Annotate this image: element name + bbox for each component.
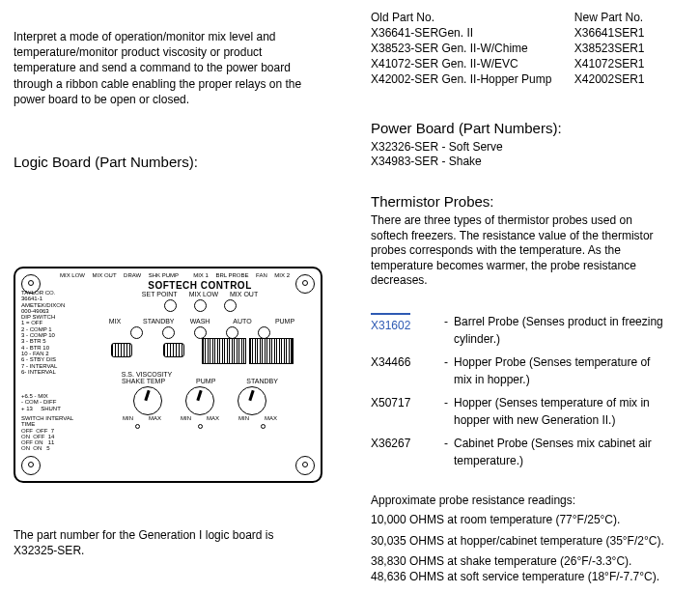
logic-board-title: Logic Board (Part Numbers): [14,154,322,170]
resistance-row: 30,035 OHMS at hopper/cabinet temperatur… [371,534,670,550]
panel-label: FAN [256,272,267,278]
table-row: X42002-SER Gen. II-Hopper PumpX42002SER1 [371,71,670,87]
panel-title: SOFTECH CONTROL [85,280,315,291]
power-board-row: X34983-SER - Shake [371,155,670,168]
switch-icon [163,343,184,357]
thermistor-title: Thermistor Probes: [371,193,670,210]
knob-icon [185,386,214,415]
panel-subtitle: SET POINT MIX LOW MIX OUT [85,291,315,297]
screw-icon [21,456,41,475]
led-icon [224,299,237,312]
panel-side-text: TAYLOR CO. 36641-1 AMETEK/DIXON 000-4906… [21,290,65,375]
panel-label: BRL PROBE [215,272,248,278]
hole-icon [261,424,266,429]
table-row: X50717 - Hopper (Senses temperature of m… [371,391,670,432]
table-header: New Part No. [574,10,670,25]
control-panel-diagram: MIX LOW MIX OUT DRAW SHK PUMP MIX 1 BRL … [14,267,322,483]
hole-icon [198,424,203,429]
switch-icon [111,343,132,357]
probe-table: X31602 - Barrel Probe (Senses product in… [371,310,670,472]
thermistor-intro: There are three types of thermistor prob… [371,213,670,289]
knob-icon [238,386,266,415]
panel-label: MIX LOW [60,272,85,278]
table-row: X36267 - Cabinet Probe (Senses mix cabin… [371,432,670,472]
panel-side-text: +6.5 - MIX - COM - DIFF + 13 SHUNT [21,393,61,411]
table-row: X36641-SERGen. IIX36641SER1 [371,25,670,41]
connector-icon [202,338,246,364]
table-row: X34466 - Hopper Probe (Senses temperatur… [371,351,670,391]
hole-icon [135,424,140,429]
panel-row2-labels: MIX STANDBY WASH AUTO PUMP [85,318,315,325]
panel-top-labels: MIX LOW MIX OUT DRAW SHK PUMP MIX 1 BRL … [21,272,315,278]
led-icon [130,326,143,339]
resistance-title: Approximate probe resistance readings: [371,494,670,507]
led-icon [164,299,177,312]
panel-label: MIX 2 [274,272,290,278]
power-board-title: Power Board (Part Numbers): [371,120,670,136]
led-icon [162,326,175,339]
resistance-row: 10,000 OHMS at room temperature (77°F/25… [371,513,670,528]
table-header: Old Part No. [371,10,574,25]
probe-link[interactable]: X31602 [371,313,410,334]
screw-icon [295,456,315,475]
panel-label: DRAW [124,272,141,278]
footer-text: The part number for the Generation I log… [14,527,322,558]
panel-side-text: SWITCH INTERVAL TIME OFF OFF 7 ON OFF 14… [21,415,73,452]
connector-icon [249,338,294,364]
table-row: X31602 - Barrel Probe (Senses product in… [371,310,670,351]
panel-label: SHK PUMP [149,272,179,278]
power-board-row: X32326-SER - Soft Serve [371,140,670,154]
part-number-table: Old Part No. New Part No. X36641-SERGen.… [371,10,670,87]
table-row: X41072-SER Gen. II-W/EVCX41072SER1 [371,56,670,71]
screw-icon [295,274,315,294]
panel-label: MIX OUT [93,272,117,278]
table-row: X38523-SER Gen. II-W/ChimeX38523SER1 [371,41,670,56]
knob-icon [133,386,162,415]
intro-paragraph: Interpret a mode of operation/monitor mi… [14,29,322,107]
led-icon [194,299,207,312]
panel-label: MIX 1 [193,272,209,278]
resistance-row: 38,830 OHMS at shake temperature (26°F/-… [371,554,670,584]
